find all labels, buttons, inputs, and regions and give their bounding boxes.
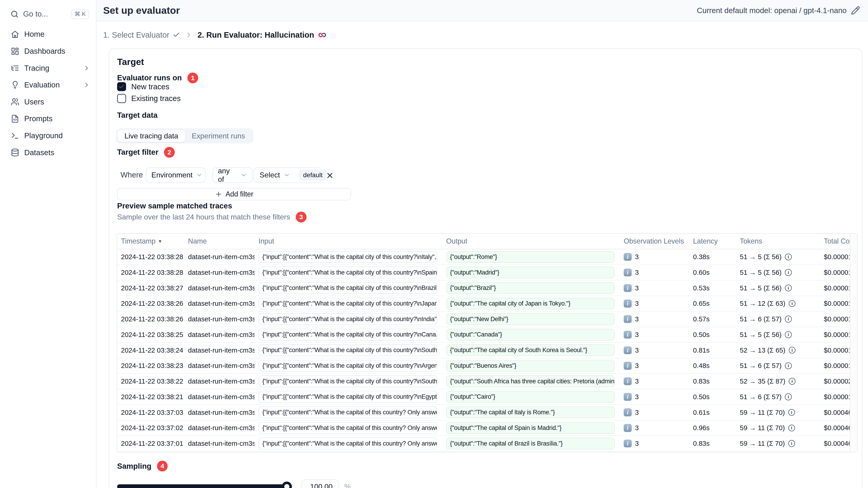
info-square-icon: i: [624, 299, 631, 307]
table-row[interactable]: 2024-11-22 03:38:23dataset-run-item-cm3s…: [117, 358, 850, 374]
info-circle-icon: i: [785, 393, 792, 400]
table-row[interactable]: 2024-11-22 03:38:28dataset-run-item-cm3s…: [117, 249, 850, 265]
input-chip[interactable]: {"input":[{"content":"What is the capita…: [258, 360, 437, 372]
cell-observation-levels: i3: [620, 362, 689, 369]
check-icon: [119, 84, 125, 90]
input-chip[interactable]: {"input":[{"content":"What is the capita…: [258, 344, 437, 356]
tab-experiment-runs[interactable]: Experiment runs: [185, 130, 252, 142]
input-chip[interactable]: {"input":[{"content":"What is the capita…: [258, 406, 437, 418]
sampling-slider-track[interactable]: [117, 484, 292, 488]
sidebar-item-datasets[interactable]: Datasets: [0, 144, 96, 161]
sidebar-item-evaluation[interactable]: Evaluation: [0, 76, 96, 93]
output-chip[interactable]: {"output":"The capital of Italy is Rome.…: [446, 406, 615, 418]
terminal-icon: [11, 132, 19, 140]
table-header: Timestamp▼ Name Input Output Observation…: [117, 234, 850, 250]
input-chip[interactable]: {"input":[{"content":"What is the capita…: [258, 251, 437, 263]
table-row[interactable]: 2024-11-22 03:38:24dataset-run-item-cm3s…: [117, 343, 850, 358]
column-header-latency[interactable]: Latency: [689, 237, 736, 246]
table-row[interactable]: 2024-11-22 03:38:25dataset-run-item-cm3s…: [117, 327, 850, 343]
column-header-name[interactable]: Name: [184, 237, 255, 246]
cell-latency: 0.50s: [689, 331, 736, 338]
sidebar-item-tracing[interactable]: Tracing: [0, 60, 96, 77]
knot-icon: [318, 31, 327, 39]
sidebar-item-home[interactable]: Home: [0, 26, 96, 43]
input-chip[interactable]: {"input":[{"content":"What is the capita…: [258, 266, 437, 279]
sampling-unit-label: %: [344, 482, 351, 488]
target-data-tabs: Live tracing data Experiment runs: [116, 128, 253, 143]
output-chip[interactable]: {"output":"The capital of Brazil is Bras…: [446, 437, 615, 449]
sidebar-item-prompts[interactable]: Prompts: [0, 110, 96, 127]
info-square-icon: i: [624, 408, 631, 416]
info-circle-icon: i: [788, 440, 795, 447]
input-chip[interactable]: {"input":[{"content":"What is the capita…: [258, 422, 437, 434]
info-circle-icon: i: [785, 362, 792, 369]
chevron-down-icon: [240, 172, 247, 178]
checkbox-row-existing-traces[interactable]: Existing traces: [117, 94, 181, 103]
table-row[interactable]: 2024-11-22 03:38:27dataset-run-item-cm3s…: [117, 281, 850, 296]
output-chip[interactable]: {"output":"New Delhi"}: [446, 313, 615, 325]
input-chip[interactable]: {"input":[{"content":"What is the capita…: [258, 391, 437, 403]
cell-name: dataset-run-item-cm3s4: [184, 346, 255, 354]
sidebar-item-users[interactable]: Users: [0, 93, 96, 110]
checkbox-row-new-traces[interactable]: New traces: [117, 82, 169, 91]
table-row[interactable]: 2024-11-22 03:37:02dataset-run-item-cm3s…: [117, 421, 850, 436]
filter-row: Where Environment any of Select default: [109, 167, 862, 183]
edit-pencil-icon[interactable]: [851, 6, 860, 15]
output-chip[interactable]: {"output":"Madrid"}: [446, 266, 615, 279]
input-chip[interactable]: {"input":[{"content":"What is the capita…: [258, 329, 437, 340]
cell-output: {"output":"Madrid"}: [442, 266, 620, 279]
output-chip[interactable]: {"output":"South Africa has three capita…: [446, 375, 615, 387]
new-traces-checkbox[interactable]: [117, 82, 126, 91]
sampling-input[interactable]: [302, 479, 339, 488]
table-row[interactable]: 2024-11-22 03:38:22dataset-run-item-cm3s…: [117, 374, 850, 389]
cell-name: dataset-run-item-cm3s4: [184, 253, 255, 261]
input-chip[interactable]: {"input":[{"content":"What is the capita…: [258, 375, 437, 387]
output-chip[interactable]: {"output":"The capital city of Japan is …: [446, 298, 615, 310]
filter-value-select[interactable]: Select: [254, 171, 294, 179]
sidebar-item-playground[interactable]: Playground: [0, 127, 96, 144]
output-chip[interactable]: {"output":"Rome"}: [446, 251, 615, 263]
existing-traces-checkbox[interactable]: [117, 94, 126, 103]
output-chip[interactable]: {"output":"The capital of Spain is Madri…: [446, 422, 615, 434]
tab-live-tracing-data[interactable]: Live tracing data: [118, 130, 185, 142]
column-header-observation-levels[interactable]: Observation Levels: [620, 237, 689, 246]
cell-observation-levels: i3: [620, 424, 689, 432]
default-model-info: Current default model: openai / gpt-4.1-…: [697, 6, 860, 15]
filter-operator-select[interactable]: any of: [212, 167, 252, 183]
output-chip[interactable]: {"output":"Buenos Aires"}: [446, 360, 615, 372]
table-scrollbar[interactable]: [850, 234, 857, 452]
cell-name: dataset-run-item-cm3s4: [184, 377, 255, 385]
breadcrumb-step-select-evaluator[interactable]: 1. Select Evaluator: [103, 31, 180, 39]
output-chip[interactable]: {"output":"Cairo"}: [446, 391, 615, 403]
sidebar-item-dashboards[interactable]: Dashboards: [0, 43, 96, 60]
cell-name: dataset-run-item-cm3s4: [184, 331, 255, 338]
table-row[interactable]: 2024-11-22 03:38:28dataset-run-item-cm3s…: [117, 265, 850, 281]
remove-filter-icon[interactable]: [326, 171, 334, 180]
table-row[interactable]: 2024-11-22 03:37:01dataset-run-item-cm3s…: [117, 436, 850, 452]
column-header-input[interactable]: Input: [255, 237, 442, 246]
cell-timestamp: 2024-11-22 03:38:28: [117, 253, 184, 261]
go-to-search[interactable]: Go to... ⌘ K: [5, 7, 91, 21]
column-header-timestamp[interactable]: Timestamp▼: [117, 237, 184, 246]
input-chip[interactable]: {"input":[{"content":"What is the capita…: [258, 313, 437, 325]
info-circle-icon: i: [789, 378, 796, 385]
output-chip[interactable]: {"output":"Brazil"}: [446, 282, 615, 294]
keyboard-shortcut-badge: ⌘ K: [71, 9, 89, 19]
table-row[interactable]: 2024-11-22 03:38:21dataset-run-item-cm3s…: [117, 389, 850, 405]
preview-subheading: Sample over the last 24 hours that match…: [117, 212, 307, 222]
table-row[interactable]: 2024-11-22 03:38:26dataset-run-item-cm3s…: [117, 296, 850, 312]
table-row[interactable]: 2024-11-22 03:37:03dataset-run-item-cm3s…: [117, 405, 850, 421]
output-chip[interactable]: {"output":"The capital city of South Kor…: [446, 344, 615, 356]
filter-column-select[interactable]: Environment: [146, 167, 206, 183]
column-header-total-cost[interactable]: Total Cost: [820, 237, 849, 246]
output-chip[interactable]: {"output":"Canada"}: [446, 329, 615, 340]
input-chip[interactable]: {"input":[{"content":"What is the capita…: [258, 298, 437, 310]
sampling-slider-thumb[interactable]: [282, 482, 292, 488]
input-chip[interactable]: {"input":[{"content":"What is the capita…: [258, 282, 437, 294]
table-row[interactable]: 2024-11-22 03:38:26dataset-run-item-cm3s…: [117, 312, 850, 327]
input-chip[interactable]: {"input":[{"content":"What is the capita…: [258, 437, 437, 449]
column-header-output[interactable]: Output: [442, 237, 620, 246]
cell-input: {"input":[{"content":"What is the capita…: [255, 437, 442, 449]
add-filter-button[interactable]: Add filter: [117, 188, 351, 200]
column-header-tokens[interactable]: Tokens: [736, 237, 820, 246]
